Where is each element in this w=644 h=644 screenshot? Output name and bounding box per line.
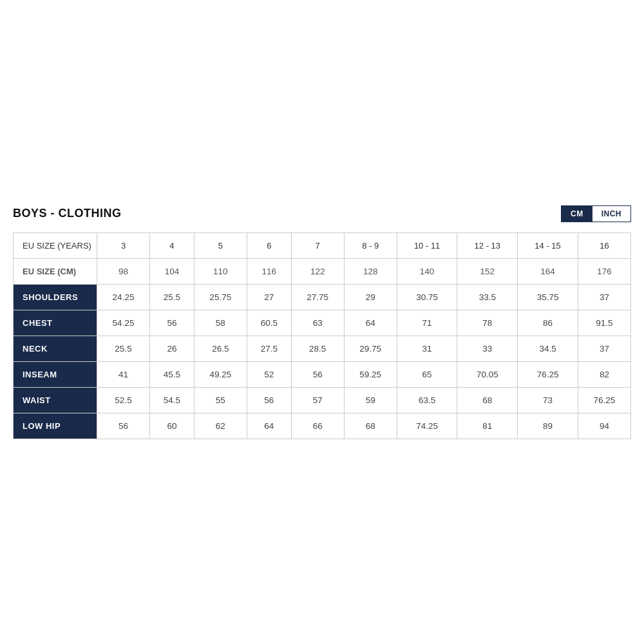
cm-164: 164 — [518, 258, 578, 284]
size-table: EU SIZE (YEARS) 3 4 5 6 7 8 - 9 10 - 11 … — [13, 232, 631, 439]
size-8-9: 8 - 9 — [344, 232, 397, 258]
cm-122: 122 — [291, 258, 344, 284]
cell-1-5: 64 — [344, 310, 397, 336]
cell-3-9: 82 — [578, 361, 630, 387]
cell-5-7: 81 — [457, 413, 518, 439]
row-label-chest: CHEST — [14, 310, 97, 336]
row-label-waist: WAIST — [14, 387, 97, 413]
cell-4-8: 73 — [518, 387, 578, 413]
size-10-11: 10 - 11 — [397, 232, 457, 258]
cell-1-6: 71 — [397, 310, 457, 336]
cell-1-7: 78 — [457, 310, 518, 336]
cell-1-8: 86 — [518, 310, 578, 336]
cm-98: 98 — [97, 258, 150, 284]
cell-2-5: 29.75 — [344, 336, 397, 361]
table-row: WAIST52.554.55556575963.5687376.25 — [14, 387, 631, 413]
eu-size-cm-label: EU SIZE (CM) — [14, 258, 97, 284]
size-16: 16 — [578, 232, 630, 258]
cell-3-3: 52 — [247, 361, 291, 387]
cell-2-9: 37 — [578, 336, 630, 361]
cell-4-9: 76.25 — [578, 387, 630, 413]
cell-3-8: 76.25 — [518, 361, 578, 387]
size-14-15: 14 - 15 — [518, 232, 578, 258]
table-row: CHEST54.25565860.5636471788691.5 — [14, 310, 631, 336]
cell-1-2: 58 — [194, 310, 247, 336]
row-label-neck: NECK — [14, 336, 97, 361]
cell-3-4: 56 — [291, 361, 344, 387]
cell-2-1: 26 — [150, 336, 194, 361]
cell-0-2: 25.75 — [194, 284, 247, 310]
cell-0-4: 27.75 — [291, 284, 344, 310]
cell-4-7: 68 — [457, 387, 518, 413]
cell-0-8: 35.75 — [518, 284, 578, 310]
cell-3-1: 45.5 — [150, 361, 194, 387]
cell-4-6: 63.5 — [397, 387, 457, 413]
cell-4-2: 55 — [194, 387, 247, 413]
cell-0-3: 27 — [247, 284, 291, 310]
table-row: LOW HIP56606264666874.25818994 — [14, 413, 631, 439]
cell-5-3: 64 — [247, 413, 291, 439]
cm-128: 128 — [344, 258, 397, 284]
size-4: 4 — [150, 232, 194, 258]
size-7: 7 — [291, 232, 344, 258]
cell-5-2: 62 — [194, 413, 247, 439]
table-row: SHOULDERS24.2525.525.752727.752930.7533.… — [14, 284, 631, 310]
cell-4-5: 59 — [344, 387, 397, 413]
cell-3-7: 70.05 — [457, 361, 518, 387]
row-label-shoulders: SHOULDERS — [14, 284, 97, 310]
size-3: 3 — [97, 232, 150, 258]
inch-button[interactable]: INCH — [592, 206, 630, 222]
cell-2-3: 27.5 — [247, 336, 291, 361]
eu-size-years-row: EU SIZE (YEARS) 3 4 5 6 7 8 - 9 10 - 11 … — [14, 232, 631, 258]
cell-5-0: 56 — [97, 413, 150, 439]
cell-5-5: 68 — [344, 413, 397, 439]
cell-1-1: 56 — [150, 310, 194, 336]
cell-5-6: 74.25 — [397, 413, 457, 439]
cell-2-0: 25.5 — [97, 336, 150, 361]
cell-0-9: 37 — [578, 284, 630, 310]
header-row: BOYS - CLOTHING CM INCH — [13, 205, 631, 222]
cell-5-8: 89 — [518, 413, 578, 439]
table-row: NECK25.52626.527.528.529.75313334.537 — [14, 336, 631, 361]
cell-4-3: 56 — [247, 387, 291, 413]
cell-5-4: 66 — [291, 413, 344, 439]
eu-size-cm-row: EU SIZE (CM) 98 104 110 116 122 128 140 … — [14, 258, 631, 284]
row-label-inseam: INSEAM — [14, 361, 97, 387]
page-title: BOYS - CLOTHING — [13, 207, 122, 220]
cm-button[interactable]: CM — [562, 206, 592, 222]
table-body: SHOULDERS24.2525.525.752727.752930.7533.… — [14, 284, 631, 439]
cell-3-0: 41 — [97, 361, 150, 387]
table-row: INSEAM4145.549.25525659.256570.0576.2582 — [14, 361, 631, 387]
cell-3-6: 65 — [397, 361, 457, 387]
cell-2-8: 34.5 — [518, 336, 578, 361]
cell-5-9: 94 — [578, 413, 630, 439]
unit-toggle: CM INCH — [561, 205, 631, 222]
cell-0-1: 25.5 — [150, 284, 194, 310]
cell-2-2: 26.5 — [194, 336, 247, 361]
cm-140: 140 — [397, 258, 457, 284]
cm-152: 152 — [457, 258, 518, 284]
eu-size-years-label: EU SIZE (YEARS) — [14, 232, 97, 258]
cell-4-1: 54.5 — [150, 387, 194, 413]
cell-3-2: 49.25 — [194, 361, 247, 387]
cell-1-0: 54.25 — [97, 310, 150, 336]
cm-104: 104 — [150, 258, 194, 284]
page-wrapper: BOYS - CLOTHING CM INCH EU SIZE (YEARS) … — [0, 0, 644, 644]
cell-0-6: 30.75 — [397, 284, 457, 310]
cell-1-4: 63 — [291, 310, 344, 336]
cm-110: 110 — [194, 258, 247, 284]
cell-4-4: 57 — [291, 387, 344, 413]
cm-176: 176 — [578, 258, 630, 284]
cell-0-7: 33.5 — [457, 284, 518, 310]
cell-5-1: 60 — [150, 413, 194, 439]
row-label-low-hip: LOW HIP — [14, 413, 97, 439]
cell-1-3: 60.5 — [247, 310, 291, 336]
size-6: 6 — [247, 232, 291, 258]
size-5: 5 — [194, 232, 247, 258]
main-container: BOYS - CLOTHING CM INCH EU SIZE (YEARS) … — [13, 205, 631, 439]
cell-0-5: 29 — [344, 284, 397, 310]
cell-2-4: 28.5 — [291, 336, 344, 361]
size-12-13: 12 - 13 — [457, 232, 518, 258]
cell-4-0: 52.5 — [97, 387, 150, 413]
cm-116: 116 — [247, 258, 291, 284]
